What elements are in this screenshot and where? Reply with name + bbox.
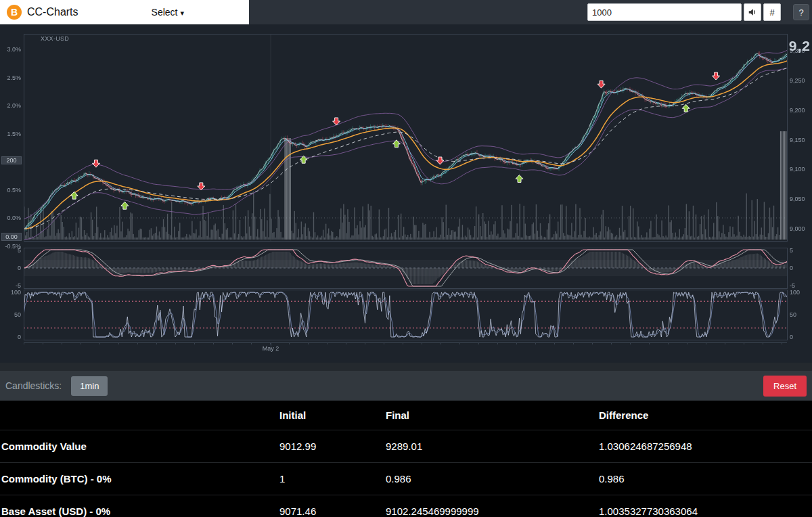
- candlesticks-label: Candlesticks:: [5, 380, 62, 391]
- current-price-label: 9,2: [789, 38, 811, 54]
- reset-button[interactable]: Reset: [763, 376, 807, 397]
- section-divider: [0, 363, 812, 371]
- symbol-label: XXX-USD: [41, 35, 69, 42]
- cell-final: 9102.245469999999: [386, 505, 599, 517]
- cell-difference: 0.986: [599, 473, 812, 485]
- cell-label: Base Asset (USD) - 0%: [0, 505, 279, 517]
- header-cell: Initial: [279, 409, 386, 421]
- table-row: Commodity (BTC) - 0%10.9860.986: [0, 463, 812, 495]
- cell-final: 9289.01: [386, 441, 599, 452]
- navbar: B CC-Charts Select ▾ # ?: [0, 0, 812, 24]
- results-table: InitialFinalDifferenceCommodity Value901…: [0, 401, 812, 517]
- brand-title: CC-Charts: [27, 6, 78, 18]
- cell-final: 0.986: [386, 473, 599, 485]
- cell-initial: 1: [279, 473, 386, 485]
- cell-difference: 1.030624687256948: [599, 441, 812, 452]
- header-cell: Final: [386, 409, 599, 421]
- cell-initial: 9071.46: [279, 505, 386, 517]
- speaker-icon: [748, 7, 757, 17]
- table-row: Commodity Value9012.999289.011.030624687…: [0, 430, 812, 463]
- bitcoin-icon: B: [7, 5, 22, 20]
- cell-label: Commodity (BTC) - 0%: [0, 473, 279, 485]
- table-header-row: InitialFinalDifference: [0, 401, 812, 430]
- select-dropdown[interactable]: Select ▾: [152, 7, 184, 18]
- help-button[interactable]: ?: [793, 4, 809, 20]
- cell-initial: 9012.99: [279, 441, 386, 452]
- hash-button[interactable]: #: [763, 3, 781, 21]
- select-label: Select: [152, 7, 178, 18]
- toolbar: Candlesticks: 1min Reset: [0, 371, 812, 401]
- cell-difference: 1.0035327730363064: [599, 505, 812, 517]
- cell-label: Commodity Value: [0, 441, 279, 452]
- amount-input[interactable]: [587, 3, 742, 21]
- navbar-controls: # ?: [587, 0, 812, 24]
- navbar-brand-area: B CC-Charts Select ▾: [0, 0, 249, 24]
- app-root: B CC-Charts Select ▾ # ? XXX-USD 9,2 Can…: [0, 0, 812, 517]
- sound-button[interactable]: [744, 3, 761, 21]
- table-row: Base Asset (USD) - 0%9071.469102.2454699…: [0, 495, 812, 517]
- price-chart-canvas[interactable]: [0, 24, 812, 363]
- chart-section: XXX-USD 9,2: [0, 24, 812, 363]
- chevron-down-icon: ▾: [180, 9, 184, 17]
- header-cell: Difference: [599, 409, 812, 421]
- interval-button[interactable]: 1min: [71, 376, 108, 396]
